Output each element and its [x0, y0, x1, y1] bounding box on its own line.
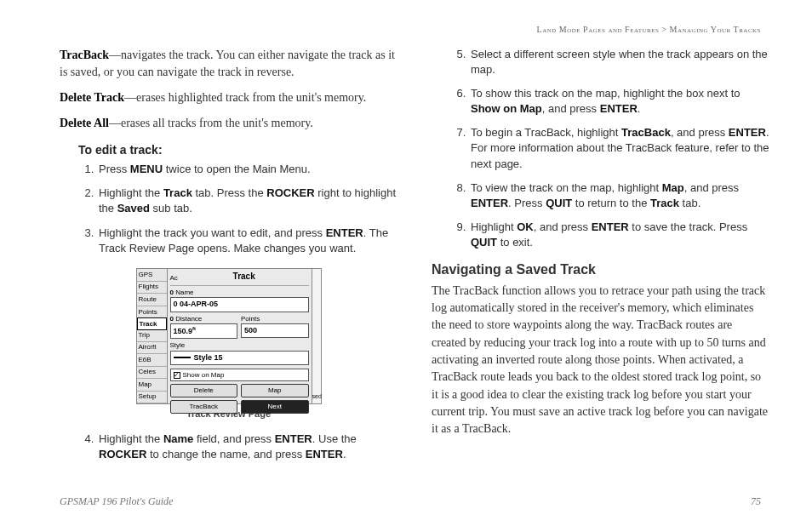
edit-step-8: To view the track on the map, highlight …: [469, 180, 769, 211]
edit-step-2: Highlight the Track tab. Press the ROCKE…: [97, 186, 397, 216]
footer-title: GPSMAP 196 Pilot's Guide: [60, 495, 173, 509]
device-map-button: Map: [241, 384, 309, 397]
sidebar-item: E6B: [137, 354, 167, 367]
term-delete-all: Delete All: [60, 117, 109, 129]
style-label: Style: [170, 340, 309, 351]
edit-steps: Press MENU twice to open the Main Menu. …: [60, 162, 397, 256]
points-field: 500: [241, 323, 309, 338]
edit-step-1: Press MENU twice to open the Main Menu.: [97, 162, 397, 177]
sidebar-item: Map: [137, 379, 167, 392]
col-left: TracBack—navigates the track. You can ei…: [60, 47, 397, 472]
sidebar-item: Aircrft: [137, 342, 167, 355]
sidebar-item: GPS: [137, 269, 167, 282]
edit-step-6: To show this track on the map, highlight…: [469, 86, 769, 117]
breadcrumb-section: Land Mode Pages and Features: [537, 25, 660, 34]
subtab-left: Ac: [170, 272, 180, 283]
device-scroll: sed: [312, 269, 321, 403]
breadcrumb: Land Mode Pages and Features > Managing …: [60, 24, 769, 37]
edit-step-7: To begin a TracBack, highlight TracBack,…: [469, 125, 769, 172]
device-tracback-button: TracBack: [170, 400, 238, 414]
device-next-button: Next: [241, 400, 309, 414]
name-label: 0 Name: [170, 288, 309, 298]
breadcrumb-current: Managing Your Tracks: [670, 25, 761, 34]
sidebar-item: Celes: [137, 367, 167, 380]
device-main: Ac Track 0 Name 0 04-APR-05 0 Distance 1…: [168, 269, 312, 403]
edit-step-5: Select a different screen style when the…: [469, 47, 769, 77]
name-field: 0 04-APR-05: [170, 297, 309, 312]
text-delete-all: —erases all tracks from the unit's memor…: [109, 117, 313, 129]
breadcrumb-sep: >: [659, 25, 669, 34]
edit-step-4: Highlight the Name field, and press ENTE…: [97, 432, 397, 462]
edit-steps-cont: Highlight the Name field, and press ENTE…: [60, 432, 397, 462]
device-delete-button: Delete: [170, 384, 238, 397]
sidebar-item: Points: [137, 306, 167, 319]
distance-field: 150.9ft: [170, 323, 238, 339]
device-screenshot: GPS Flights Route Points Track Trip Airc…: [136, 268, 322, 404]
para-delete-track: Delete Track—erases highlighted track fr…: [60, 89, 397, 106]
style-field: Style 15: [170, 351, 309, 365]
sidebar-item: Setup: [137, 392, 167, 404]
show-on-map-checkbox: ✓ Show on Map: [170, 369, 309, 382]
pane-title: Track: [180, 269, 309, 285]
para-delete-all: Delete All—erases all tracks from the un…: [60, 115, 397, 132]
edit-track-title: To edit a track:: [60, 141, 397, 158]
para-tracback: TracBack—navigates the track. You can ei…: [60, 47, 397, 82]
navigating-para: The TracBack function allows you to retr…: [432, 283, 769, 438]
sidebar-item: Trip: [137, 329, 167, 342]
points-label: Points: [241, 314, 309, 324]
navigating-heading: Navigating a Saved Track: [432, 260, 769, 279]
page-footer: GPSMAP 196 Pilot's Guide 75: [60, 495, 761, 509]
footer-page-number: 75: [751, 495, 761, 509]
sidebar-item: Route: [137, 294, 167, 306]
edit-step-3: Highlight the track you want to edit, an…: [97, 226, 397, 256]
distance-label: 0 Distance: [170, 314, 238, 324]
col-right: Select a different screen style when the…: [432, 47, 769, 472]
text-tracback: —navigates the track. You can either nav…: [60, 49, 395, 78]
edit-step-9: Highlight OK, and press ENTER to save th…: [469, 220, 769, 250]
figure-track-review: GPS Flights Route Points Track Trip Airc…: [60, 265, 397, 421]
text-delete-track: —erases highlighted track from the unit'…: [124, 91, 366, 104]
sidebar-item-selected: Track: [137, 317, 167, 330]
term-delete-track: Delete Track: [60, 91, 124, 104]
check-icon: ✓: [174, 372, 180, 379]
sidebar-item: Flights: [137, 282, 167, 294]
edit-steps-right: Select a different screen style when the…: [432, 47, 769, 251]
term-tracback: TracBack: [60, 49, 109, 61]
device-sidebar: GPS Flights Route Points Track Trip Airc…: [137, 269, 168, 403]
